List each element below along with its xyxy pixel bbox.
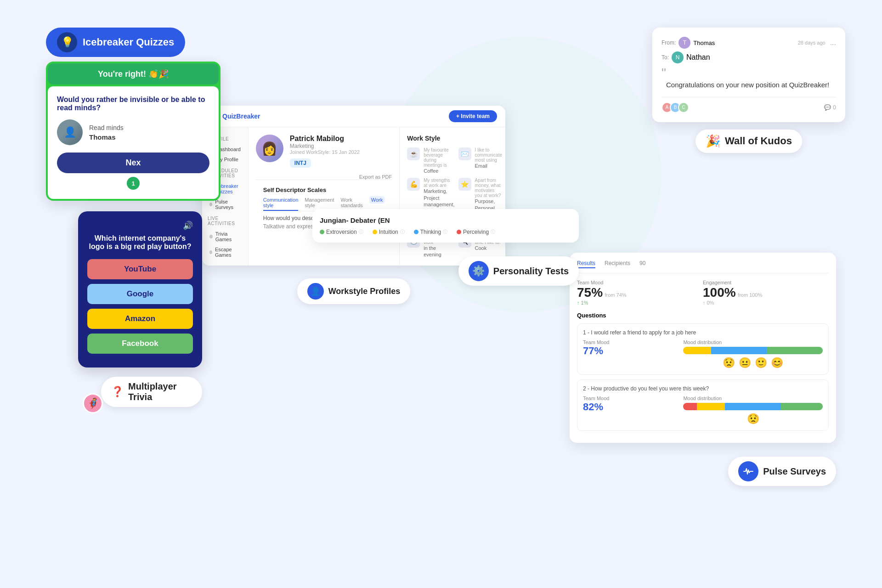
- profile-header: 👩 Patrick Mabilog Marketing Joined WorkS…: [256, 135, 392, 168]
- pulse-questions-label: Questions: [577, 312, 829, 319]
- profile-info: Patrick Mabilog Marketing Joined WorkSty…: [290, 135, 360, 168]
- invite-team-button[interactable]: + Invite team: [449, 110, 497, 122]
- trivia-badge: ❓ Multiplayer Trivia: [101, 377, 202, 407]
- pulse-question-1: 1 - I would refer a friend to apply for …: [577, 323, 829, 375]
- trivia-question: Which internet company's logo is a big r…: [87, 234, 193, 251]
- ws-communicate-label: I like to communicate most using: [475, 147, 502, 163]
- engagement-change: ↑ 0%: [703, 300, 829, 305]
- trivia-dot: [209, 235, 213, 238]
- party-icon: 🎉: [706, 134, 720, 148]
- pulse-tab-results[interactable]: Results: [577, 260, 595, 268]
- pulse-badge: Pulse Surveys: [728, 457, 836, 486]
- sidebar-item-escape[interactable]: Escape Games: [208, 244, 243, 260]
- ws-beverage-value: Coffee: [424, 168, 454, 174]
- trivia-badge-label: Multiplayer Trivia: [128, 381, 192, 402]
- trait-extroversion: Extroversion ⓘ: [320, 229, 363, 235]
- icebreaker-next-button[interactable]: Nex: [57, 153, 209, 173]
- sd-tab-communication[interactable]: Communication style: [263, 197, 298, 211]
- info-icon-1: ⓘ: [359, 229, 363, 235]
- icebreaker-badge: 💡 Icebreaker Quizzes: [46, 28, 185, 57]
- pulse-question-2: 2 - How productive do you feel you were …: [577, 379, 829, 431]
- personality-card: Jungian- Debater (EN Extroversion ⓘ Intu…: [312, 209, 579, 286]
- trivia-option-google[interactable]: Google: [87, 284, 193, 304]
- emoji-happy-1: 🙂: [755, 357, 767, 369]
- trivia-option-amazon[interactable]: Amazon: [87, 309, 193, 329]
- q1-mood-value: 77%: [583, 345, 676, 357]
- perceiving-label: Perceiving: [463, 229, 489, 235]
- info-icon-3: ⓘ: [443, 229, 447, 235]
- profile-dept: Marketing: [290, 143, 360, 149]
- ws-item-beverage: ☕ My favourite beverage during meetings …: [407, 147, 454, 174]
- perceiving-dot: [457, 230, 461, 234]
- comment-icon: 💬: [824, 104, 831, 111]
- kudos-from-row: From: T Thomas 28 days ago ...: [662, 37, 836, 49]
- kudos-to-avatar: N: [672, 51, 684, 63]
- personality-badge: ⚙️ Personality Tests: [458, 256, 579, 286]
- pulse-metrics: Team Mood 75% from 74% ↑ 1% Engagement 1…: [577, 280, 829, 305]
- kudos-to-label: To:: [662, 54, 669, 61]
- q1-content: Team Mood 77% Mood distribution 😟 😐 🙂 😊: [583, 339, 823, 369]
- icebreaker-question-box: Would you rather be invisible or be able…: [48, 86, 219, 199]
- icebreaker-answer-row: 👤 Read minds Thomas: [57, 119, 209, 145]
- emoji-very-happy-1: 😊: [771, 357, 783, 369]
- kudos-badge: 🎉 Wall of Kudos: [695, 130, 802, 153]
- kudos-to-name: Nathan: [686, 53, 710, 62]
- motivate-icon: ⭐: [458, 178, 471, 191]
- trivia-option-facebook[interactable]: Facebook: [87, 334, 193, 354]
- kudos-to-row: To: N Nathan: [662, 51, 836, 63]
- personality-title-row: Jungian- Debater (EN: [320, 216, 571, 224]
- profile-type: INTJ: [290, 158, 311, 168]
- q2-title: 2 - How productive do you feel you were …: [583, 385, 823, 392]
- q2-bars: Mood distribution 😟: [683, 396, 823, 425]
- extroversion-dot: [320, 230, 324, 234]
- trait-perceiving: Perceiving ⓘ: [457, 229, 495, 235]
- q2-content: Team Mood 82% Mood distribution 😟: [583, 396, 823, 425]
- icebreaker-correct-text: You're right! 👏🎉: [48, 63, 219, 85]
- engagement-label: Engagement: [703, 280, 829, 285]
- ws-beverage-label: My favourite beverage during meetings is: [424, 147, 454, 168]
- pulse-card: Results Recipients 90 Team Mood 75% from…: [570, 253, 836, 486]
- pulse-tab-recipients[interactable]: Recipients: [605, 260, 630, 268]
- thinking-label: Thinking: [420, 229, 441, 235]
- personality-traits: Extroversion ⓘ Intuition ⓘ Thinking ⓘ Pe…: [320, 229, 571, 235]
- q1-bars: Mood distribution 😟 😐 🙂 😊: [683, 339, 823, 369]
- pulse-icon: [738, 461, 758, 481]
- icebreaker-user-name: Thomas: [89, 133, 124, 141]
- trivia-footer-avatar: 🦸: [83, 393, 103, 413]
- q2-emojis: 😟: [683, 413, 823, 425]
- kudos-from-label: From:: [662, 40, 676, 46]
- team-mood-label: Team Mood: [577, 280, 703, 285]
- escape-dot: [209, 250, 212, 254]
- sd-title: Self Descriptor Scales: [263, 187, 384, 193]
- team-mood-from: from 74%: [605, 292, 627, 298]
- icebreaker-answer-text: Read minds: [89, 124, 124, 131]
- kudos-card: From: T Thomas 28 days ago ... To: N Nat…: [652, 28, 845, 153]
- emoji-sad-2: 😟: [747, 413, 759, 425]
- kudos-badge-label: Wall of Kudos: [725, 135, 792, 147]
- kudos-mini-avatar-3: C: [678, 102, 689, 113]
- trivia-option-youtube[interactable]: YouTube: [87, 259, 193, 279]
- personality-type: Jungian- Debater (EN: [320, 216, 390, 224]
- kudos-panel: From: T Thomas 28 days ago ... To: N Nat…: [652, 28, 845, 122]
- more-options-icon[interactable]: ...: [830, 39, 836, 47]
- workstyle-badge-label: Workstyle Profiles: [328, 287, 401, 296]
- engagement-metric: Engagement 100% from 100% ↑ 0%: [703, 280, 829, 305]
- profile-avatar: 👩: [256, 135, 283, 162]
- intuition-dot: [373, 230, 377, 234]
- profile-joined: Joined WorkStyle: 15 Jan 2022: [290, 149, 360, 155]
- icebreaker-answer-info: Read minds Thomas: [89, 124, 124, 141]
- email-icon: ✉️: [458, 147, 471, 160]
- team-mood-metric: Team Mood 75% from 74% ↑ 1%: [577, 280, 703, 305]
- engagement-value: 100%: [703, 285, 736, 300]
- kudos-bottom-row: A B C 💬 0: [662, 97, 836, 113]
- kudos-reaction-avatars: A B C: [662, 102, 689, 113]
- user-avatar-inner: 👤: [57, 119, 83, 145]
- personality-badge-label: Personality Tests: [493, 266, 569, 277]
- sidebar-item-trivia[interactable]: Trivia Games: [208, 229, 243, 244]
- kudos-date: 28 days ago: [798, 40, 825, 45]
- q2-mood-label: Team Mood: [583, 396, 676, 401]
- trivia-panel: 🔊 Which internet company's logo is a big…: [78, 211, 202, 368]
- trivia-card: 🔊 Which internet company's logo is a big…: [78, 211, 202, 407]
- quizbreaker-nav: Q QuizBreaker + Invite team: [202, 106, 505, 127]
- export-pdf-link[interactable]: Export as PDF: [256, 174, 392, 180]
